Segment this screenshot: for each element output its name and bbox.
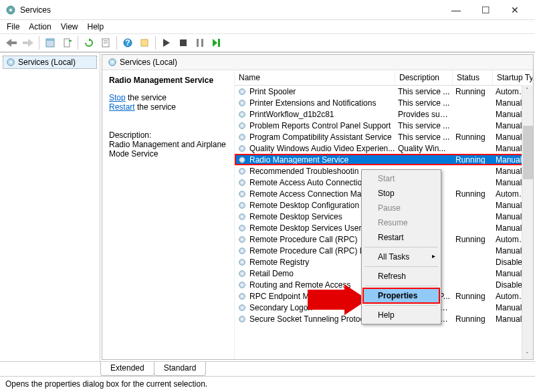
toolbar-help-icon[interactable]: ?: [120, 35, 135, 50]
gear-icon: [237, 280, 247, 290]
col-header-description[interactable]: Description: [395, 70, 453, 85]
service-name: Remote Desktop Services User: [249, 223, 361, 233]
service-row[interactable]: Printer Extensions and NotificationsThis…: [235, 97, 533, 108]
tabs: Extended Standard: [0, 361, 535, 376]
forward-button[interactable]: [21, 35, 35, 50]
toolbar-export-icon[interactable]: [60, 35, 74, 50]
svg-point-46: [241, 238, 243, 240]
scroll-up-button[interactable]: ˄: [522, 85, 532, 95]
context-menu: Start Stop Pause Resume Restart All Task…: [361, 169, 441, 324]
toolbar-restart-icon[interactable]: [209, 35, 224, 50]
service-row[interactable]: Problem Reports Control Panel SupportThi…: [235, 120, 533, 131]
toolbar-play-icon[interactable]: [159, 35, 174, 50]
svg-point-22: [241, 102, 243, 104]
service-name: Remote Registry: [249, 258, 309, 267]
gear-icon: [237, 223, 247, 233]
service-name: Recommended Troubleshootin: [249, 167, 358, 176]
menu-view[interactable]: View: [61, 22, 78, 31]
menubar: File Action View Help: [0, 20, 535, 33]
toolbar-details-icon[interactable]: [43, 35, 58, 50]
context-pause: Pause: [363, 201, 439, 215]
service-row[interactable]: Radio Management ServiceRunningManual: [235, 154, 533, 165]
service-row[interactable]: PrintWorkflow_d1b2c81Provides sup...Manu…: [235, 108, 533, 120]
description-label: Description:: [109, 130, 227, 140]
minimize-button[interactable]: —: [441, 1, 471, 19]
svg-rect-14: [218, 39, 220, 47]
service-name: Printer Extensions and Notifications: [249, 98, 376, 108]
gear-icon: [237, 258, 247, 267]
context-all-tasks[interactable]: All Tasks: [363, 250, 439, 264]
tab-standard[interactable]: Standard: [154, 362, 207, 376]
service-name: Remote Procedure Call (RPC): [249, 235, 357, 244]
close-button[interactable]: ✕: [500, 1, 530, 19]
gear-icon: [237, 303, 247, 312]
toolbar-help2-icon[interactable]: [137, 35, 152, 50]
menu-file[interactable]: File: [7, 22, 19, 31]
context-help[interactable]: Help: [363, 308, 439, 322]
restart-service-link[interactable]: Restart: [109, 102, 135, 112]
context-refresh[interactable]: Refresh: [363, 269, 439, 284]
service-row[interactable]: Program Compatibility Assistant ServiceT…: [235, 131, 533, 142]
pane-header-text: Services (Local): [120, 58, 177, 67]
svg-rect-3: [46, 39, 54, 41]
tree-pane: Services (Local): [0, 53, 100, 361]
service-status: Running: [453, 292, 493, 301]
scroll-thumb[interactable]: [523, 126, 533, 179]
col-header-startup[interactable]: Startup Ty: [493, 70, 533, 85]
gear-icon: [237, 121, 247, 130]
gear-icon: [237, 269, 247, 278]
scroll-down-button[interactable]: ˅: [522, 349, 532, 359]
svg-point-26: [241, 124, 243, 126]
svg-point-48: [241, 250, 243, 252]
titlebar: Services — ☐ ✕: [0, 0, 535, 20]
tab-extended[interactable]: Extended: [100, 362, 154, 376]
window-title: Services: [20, 5, 441, 15]
toolbar-pause-icon[interactable]: [193, 35, 207, 50]
svg-rect-12: [197, 39, 199, 47]
svg-rect-10: [141, 39, 148, 46]
toolbar: ?: [0, 33, 535, 52]
maximize-button[interactable]: ☐: [471, 1, 500, 19]
service-row[interactable]: Quality Windows Audio Video Experien...Q…: [235, 142, 533, 154]
service-name: Retail Demo: [249, 269, 294, 278]
svg-point-54: [241, 284, 243, 286]
gear-icon: [237, 87, 247, 96]
col-header-status[interactable]: Status: [453, 70, 493, 85]
col-header-name[interactable]: Name: [235, 70, 395, 85]
context-stop[interactable]: Stop: [363, 186, 439, 201]
list-header: Name Description Status Startup Ty: [235, 70, 533, 86]
gear-icon: [237, 144, 247, 153]
service-status: Running: [453, 189, 493, 199]
toolbar-refresh-icon[interactable]: [82, 35, 96, 50]
service-name: Remote Access Connection Ma: [249, 189, 361, 199]
stop-service-link[interactable]: Stop: [109, 93, 126, 102]
context-resume: Resume: [363, 215, 439, 230]
service-name: PrintWorkflow_d1b2c81: [249, 110, 334, 119]
gear-icon: [237, 292, 247, 301]
tree-item-services-local[interactable]: Services (Local): [3, 56, 97, 69]
svg-text:?: ?: [125, 38, 130, 47]
service-row[interactable]: Print SpoolerThis service ...RunningAuto…: [235, 86, 533, 97]
context-restart[interactable]: Restart: [363, 230, 439, 245]
svg-point-42: [241, 215, 243, 217]
service-description: This service ...: [395, 98, 453, 108]
svg-point-50: [241, 261, 243, 263]
context-properties[interactable]: Properties: [363, 288, 439, 303]
stop-suffix: the service: [126, 93, 167, 102]
toolbar-properties-icon[interactable]: [98, 35, 113, 50]
menu-action[interactable]: Action: [29, 22, 51, 31]
back-button[interactable]: [4, 35, 19, 50]
svg-point-34: [241, 170, 243, 172]
tree-item-label: Services (Local): [18, 58, 76, 67]
service-name: Secondary Logon: [249, 303, 312, 312]
service-status: Running: [453, 155, 493, 165]
gear-icon: [237, 155, 247, 165]
service-status: Running: [453, 314, 493, 324]
svg-point-32: [241, 159, 243, 161]
detail-pane: Radio Management Service Stop the servic…: [102, 70, 235, 359]
toolbar-stop-icon[interactable]: [176, 35, 191, 50]
description-text: Radio Management and Airplane Mode Servi…: [109, 140, 227, 159]
vertical-scrollbar[interactable]: ˄ ˅: [522, 85, 533, 359]
restart-suffix: the service: [135, 102, 176, 112]
menu-help[interactable]: Help: [88, 22, 104, 31]
